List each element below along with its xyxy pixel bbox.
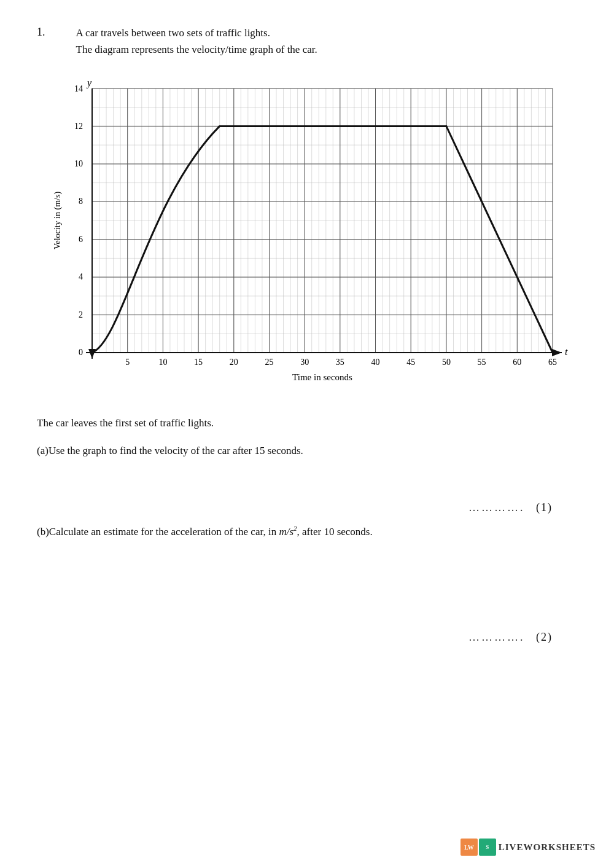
intro-line1: A car travels between two sets of traffi… — [76, 25, 317, 41]
x-tick-50: 50 — [442, 358, 451, 367]
x-tick-55: 55 — [478, 358, 486, 367]
logo-text: LIVEWORKSHEETS — [499, 842, 596, 853]
x-axis-label: Time in seconds — [292, 372, 352, 382]
part-a-label: (a) — [37, 445, 49, 456]
question-intro: A car travels between two sets of traffi… — [76, 25, 317, 58]
y-tick-4: 4 — [79, 272, 83, 281]
part-a-question: (a)Use the graph to find the velocity of… — [37, 442, 577, 461]
x-tick-5: 5 — [125, 358, 130, 367]
x-tick-60: 60 — [513, 358, 521, 367]
part-a-dots: …………. — [468, 501, 525, 514]
part-b-question: (b)Calculate an estimate for the acceler… — [37, 523, 577, 542]
x-tick-30: 30 — [300, 358, 309, 367]
part-b-dots: …………. — [468, 631, 525, 644]
part-b-mark: (2) — [536, 631, 553, 643]
x-tick-40: 40 — [371, 358, 380, 367]
y-axis-label: Velocity in (m/s) — [53, 192, 63, 249]
x-tick-20: 20 — [230, 358, 238, 367]
part-a-answer-line: …………. (1) — [37, 501, 553, 514]
x-tick-45: 45 — [406, 358, 415, 367]
y-tick-14: 14 — [74, 84, 83, 93]
logo-box-green: S — [479, 839, 496, 856]
x-axis-var-label: t — [565, 346, 568, 357]
part-b-answer-line: …………. (2) — [37, 631, 553, 644]
minor-grid-h — [92, 88, 553, 353]
x-tick-65: 65 — [548, 358, 557, 367]
part-b-units: m/s2 — [279, 526, 297, 538]
y-axis-var-label: y — [86, 77, 92, 88]
x-tick-25: 25 — [265, 358, 274, 367]
y-tick-8: 8 — [79, 197, 83, 206]
question-number: 1. — [37, 26, 45, 39]
graph-container: 0 2 4 6 8 10 12 14 y 5 10 15 20 25 30 35… — [49, 76, 565, 396]
part-a-mark: (1) — [536, 501, 553, 514]
y-tick-6: 6 — [79, 235, 83, 244]
liveworksheets-logo: LW S LIVEWORKSHEETS — [460, 839, 596, 856]
y-tick-10: 10 — [74, 159, 83, 168]
intro-line2: The diagram represents the velocity/time… — [76, 41, 317, 58]
y-tick-0: 0 — [79, 348, 83, 357]
car-leaves-text: The car leaves the first set of traffic … — [37, 414, 577, 433]
part-b-label: (b) — [37, 526, 49, 538]
question-wrapper: 1. A car travels between two sets of tra… — [37, 25, 577, 644]
velocity-time-graph: 0 2 4 6 8 10 12 14 y 5 10 15 20 25 30 35… — [49, 76, 589, 396]
y-tick-2: 2 — [79, 310, 83, 319]
footer: LW S LIVEWORKSHEETS — [460, 839, 596, 856]
logo-box-red: LW — [460, 839, 478, 856]
y-tick-12: 12 — [74, 122, 83, 131]
x-tick-15: 15 — [194, 358, 203, 367]
x-tick-10: 10 — [158, 358, 167, 367]
x-tick-35: 35 — [336, 358, 344, 367]
